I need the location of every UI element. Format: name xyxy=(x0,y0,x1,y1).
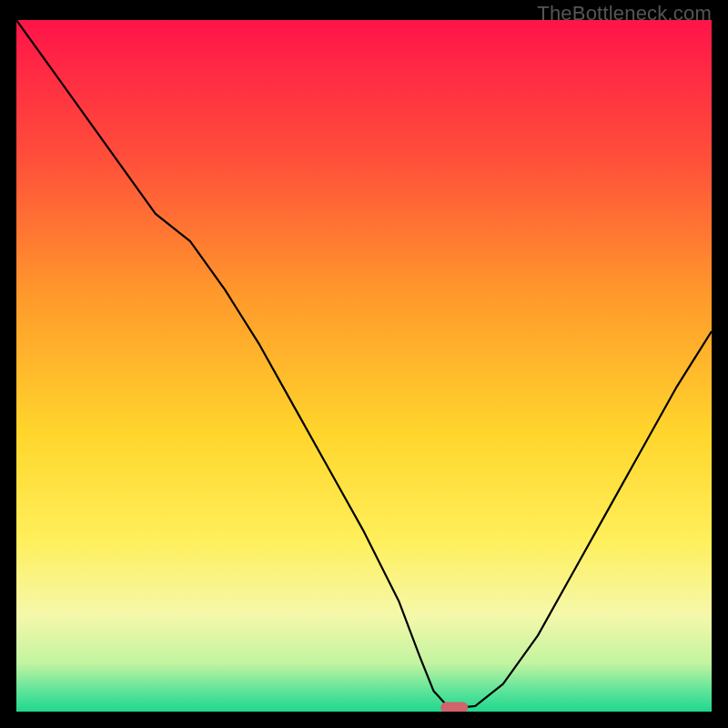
chart-svg xyxy=(16,20,712,712)
gradient-background xyxy=(16,20,712,712)
chart-container: TheBottleneck.com xyxy=(0,0,728,728)
optimal-marker xyxy=(440,702,468,712)
plot-area xyxy=(16,20,712,712)
